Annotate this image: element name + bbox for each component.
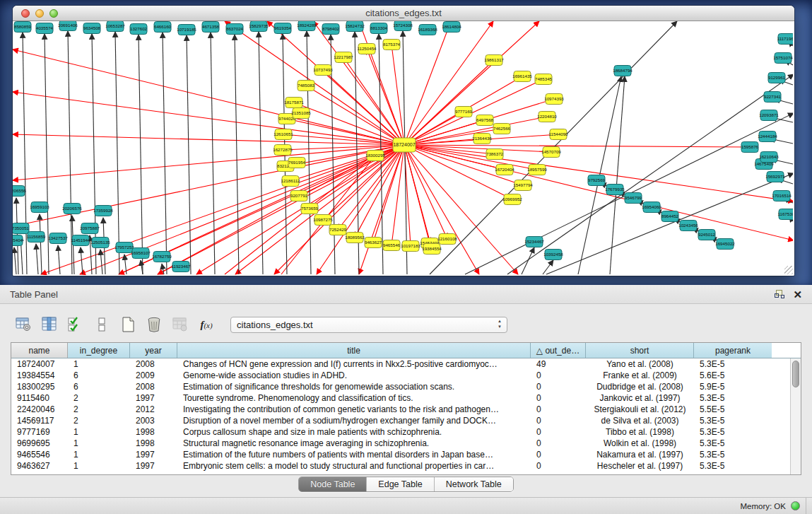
- graph-node[interactable]: 4035574: [36, 23, 54, 34]
- graph-node[interactable]: 16961435: [512, 71, 532, 82]
- graph-node[interactable]: 12186112: [281, 176, 300, 187]
- graph-node[interactable]: 11250454: [357, 44, 377, 54]
- graph-edge[interactable]: [392, 145, 404, 245]
- graph-node[interactable]: 8580859: [14, 22, 32, 33]
- graph-node[interactable]: 16958107: [131, 248, 151, 259]
- graph-node[interactable]: 10719185: [177, 25, 196, 35]
- table-selector-dropdown[interactable]: citations_edges.txt ▲▼: [230, 317, 507, 333]
- graph-node[interactable]: 7485345: [535, 74, 553, 85]
- delete-column-icon[interactable]: [143, 314, 165, 335]
- graph-node[interactable]: 18300295: [365, 151, 385, 161]
- graph-node[interactable]: 19861317: [484, 55, 504, 66]
- float-panel-icon[interactable]: [775, 290, 784, 299]
- column-visibility-icon[interactable]: [39, 314, 60, 335]
- graph-node[interactable]: 10737493: [313, 65, 333, 76]
- graph-node[interactable]: 9792569: [588, 175, 606, 186]
- function-builder-icon[interactable]: f(x): [196, 314, 217, 335]
- graph-node[interactable]: 12204810: [537, 112, 557, 122]
- graph-node[interactable]: 1595876: [741, 142, 759, 153]
- graph-node[interactable]: 8813304: [370, 23, 388, 34]
- graph-edge[interactable]: [81, 247, 83, 274]
- graph-node[interactable]: 1327602: [130, 24, 148, 35]
- zoom-window-button[interactable]: [49, 9, 58, 18]
- graph-node[interactable]: 11156859: [27, 232, 46, 243]
- tab-edge-table[interactable]: Edge Table: [367, 477, 434, 491]
- graph-node[interactable]: 25206556: [13, 186, 26, 197]
- graph-node[interactable]: 11675300: [777, 209, 793, 220]
- graph-node[interactable]: 18957599: [527, 165, 547, 175]
- graph-edge[interactable]: [13, 49, 404, 145]
- graph-node[interactable]: 7573659: [301, 204, 319, 214]
- graph-node[interactable]: 16720404: [495, 165, 514, 175]
- network-window[interactable]: citations_edges.txt 18724007817537411250…: [13, 6, 794, 276]
- graph-node[interactable]: 18924289: [297, 21, 317, 31]
- graph-node[interactable]: 15751074: [773, 53, 793, 64]
- table-row[interactable]: 1456911722003Disruption of a novel membe…: [11, 415, 790, 426]
- table-row[interactable]: 1830029562008Estimation of significance …: [11, 381, 790, 392]
- graph-edge[interactable]: [58, 245, 60, 274]
- minimize-window-button[interactable]: [35, 9, 44, 18]
- graph-node[interactable]: 16945022: [715, 239, 735, 250]
- network-canvas[interactable]: 1872400781753741125045412217987107374937…: [13, 21, 793, 275]
- graph-node[interactable]: 7462566: [493, 124, 511, 134]
- graph-edge[interactable]: [162, 264, 164, 274]
- graph-edge[interactable]: [546, 173, 793, 274]
- vertical-scrollbar[interactable]: [790, 358, 801, 474]
- graph-edge[interactable]: [306, 86, 404, 145]
- table-row[interactable]: 2242004622012Investigating the contribut…: [11, 404, 790, 415]
- graph-node[interactable]: 8964452: [661, 211, 679, 222]
- graph-node[interactable]: 3915404: [13, 235, 23, 246]
- graph-edge[interactable]: [100, 250, 102, 274]
- graph-node[interactable]: 18614804: [442, 22, 461, 33]
- tab-node-table[interactable]: Node Table: [299, 477, 367, 491]
- graph-node[interactable]: 20975887: [80, 223, 100, 234]
- graph-node[interactable]: 9619354: [274, 23, 292, 34]
- graph-node[interactable]: 16210643: [759, 152, 779, 163]
- graph-node[interactable]: 9207791: [290, 191, 308, 201]
- graph-edge[interactable]: [404, 145, 479, 274]
- graph-node[interactable]: 18175871: [284, 98, 304, 108]
- table-row[interactable]: 946362711997Embryonic stem cells: a mode…: [11, 460, 790, 472]
- graph-node[interactable]: 7386372: [486, 149, 504, 160]
- graph-node[interactable]: 12505135: [90, 238, 110, 248]
- graph-node[interactable]: 9463627: [365, 238, 382, 248]
- column-header-name[interactable]: name: [11, 343, 68, 358]
- graph-node[interactable]: 7350051: [13, 223, 30, 234]
- graph-node[interactable]: 11171961: [777, 34, 793, 45]
- graph-edge[interactable]: [307, 31, 311, 274]
- graph-node[interactable]: 9546799: [625, 193, 642, 204]
- graph-node[interactable]: 21351085: [291, 108, 311, 119]
- row-height-icon[interactable]: [91, 314, 112, 335]
- column-header-title[interactable]: title: [177, 343, 531, 358]
- graph-node[interactable]: 7691954: [288, 158, 306, 168]
- column-header-year[interactable]: year: [130, 343, 177, 358]
- graph-node[interactable]: 16954060: [642, 202, 661, 213]
- graph-node[interactable]: 12217987: [334, 52, 353, 63]
- graph-node[interactable]: 7252429: [329, 225, 347, 235]
- graph-node[interactable]: 16272875: [273, 145, 293, 156]
- graph-node[interactable]: 4671358: [202, 22, 220, 33]
- network-window-titlebar[interactable]: citations_edges.txt: [13, 6, 794, 21]
- graph-node[interactable]: 12610651: [273, 129, 293, 140]
- table-row[interactable]: 1872400712008Changes of HCN gene express…: [11, 358, 790, 370]
- graph-node[interactable]: 15497794: [513, 180, 533, 191]
- graph-node[interactable]: 11923467: [171, 262, 191, 272]
- graph-node[interactable]: 11451944: [71, 235, 90, 246]
- table-settings-icon[interactable]: [13, 314, 34, 335]
- graph-edge[interactable]: [259, 32, 263, 274]
- graph-node[interactable]: 10243456: [678, 221, 698, 231]
- column-header-out-de-[interactable]: △ out_de…: [531, 343, 586, 358]
- graph-node[interactable]: 21364436: [472, 134, 492, 144]
- graph-edge[interactable]: [404, 145, 537, 170]
- graph-edge[interactable]: [283, 145, 404, 150]
- graph-node[interactable]: 9777169: [455, 107, 473, 117]
- graph-node[interactable]: 8798402: [322, 24, 340, 35]
- graph-node[interactable]: 10653287: [105, 21, 125, 32]
- graph-node[interactable]: 16189368: [418, 25, 437, 35]
- graph-node[interactable]: 16782759: [152, 252, 172, 262]
- graph-edge[interactable]: [211, 33, 215, 274]
- graph-node[interactable]: 9465546: [383, 240, 401, 251]
- graph-edge[interactable]: [235, 35, 239, 274]
- graph-edge[interactable]: [36, 244, 38, 274]
- graph-node[interactable]: 8637024: [226, 24, 244, 35]
